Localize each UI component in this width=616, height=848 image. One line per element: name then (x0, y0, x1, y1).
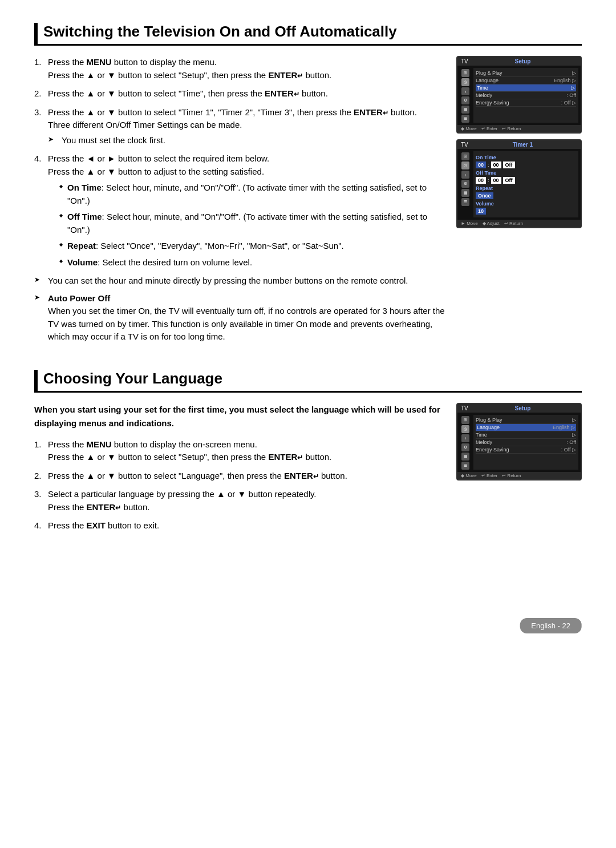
note-clock: You must set the clock first. (48, 134, 445, 147)
tv-setup-screen: TV Setup ⊞ ◷ ♪ ⚙ ▦ ☰ Plug & P (456, 56, 582, 134)
time2-label: Time (476, 432, 487, 438)
menu-plugplay: Plug & Play ▷ (476, 70, 576, 77)
repeat-value: Once (476, 192, 493, 199)
section1-content: Press the MENU button to display the men… (34, 56, 445, 347)
section2-title: Choosing Your Language (34, 370, 582, 393)
melody-value: : Off (566, 92, 576, 98)
section-switching: Switching the Television On and Off Auto… (34, 23, 582, 347)
enter-icon6: ↵ (115, 504, 121, 512)
on-time-label: On Time (476, 155, 576, 160)
on-time-row: 00 : 00 Off (476, 161, 576, 168)
section-language: Choosing Your Language When you start us… (34, 370, 582, 538)
language-value: English ▷ (554, 78, 576, 83)
icon-t2: ◷ (461, 161, 469, 169)
tv-setup-footer: ◆ Move ↵ Enter ↩ Return (457, 125, 581, 132)
off-hour: 00 (476, 177, 486, 184)
page-footer: English - 22 (520, 618, 582, 633)
icon-s6: ☰ (461, 462, 469, 470)
icon-misc: ☰ (461, 115, 469, 123)
enter-icon3: ↵ (383, 109, 388, 117)
icon-t6: ☰ (461, 198, 469, 206)
timer-footer-adjust: ◆ Adjust (483, 221, 500, 226)
enter-icon2: ↵ (294, 90, 299, 98)
tv-sidebar1: ⊞ ◷ ♪ ⚙ ▦ ☰ (460, 68, 471, 123)
melody-label: Melody (476, 92, 492, 98)
on-hour: 00 (476, 161, 486, 168)
icon-t5: ▦ (461, 189, 469, 197)
off-onoff: Off (503, 177, 515, 184)
volume-label: Volume (476, 201, 576, 207)
icon-s2: ◷ (461, 425, 469, 433)
icon-plugplay: ⊞ (461, 69, 469, 77)
timer-footer-return: ↩ Return (504, 221, 523, 226)
footer2-enter: ↵ Enter (481, 473, 497, 478)
timer-footer-move: ► Move (461, 221, 478, 226)
auto-power-off-block: Auto Power Off When you set the timer On… (34, 292, 445, 344)
icon-t1: ⊞ (461, 152, 469, 160)
footer2-move: ◆ Move (461, 473, 477, 478)
step-2: Press the ▲ or ▼ button to select "Time"… (34, 87, 445, 100)
enter-icon: ↵ (297, 72, 303, 80)
section1-layout: Press the MENU button to display the men… (34, 56, 582, 347)
lang-step-4: Press the EXIT button to exit. (34, 519, 445, 532)
lang-step-1: Press the MENU button to display the on-… (34, 438, 445, 464)
time-arrow: ▷ (571, 85, 575, 91)
lang-step-3: Select a particular language by pressing… (34, 488, 445, 514)
tv-label-timer: TV (461, 142, 468, 148)
bullet-repeat: Repeat: Select "Once", "Everyday", "Mon~… (59, 240, 445, 253)
section1-screenshots: TV Setup ⊞ ◷ ♪ ⚙ ▦ ☰ Plug & P (456, 56, 582, 234)
plugplay2-arrow: ▷ (572, 417, 576, 423)
bullet-volume: Volume: Select the desired turn on volum… (59, 256, 445, 269)
icon-ch: ▦ (461, 106, 469, 114)
energy-value: : Off ▷ (561, 100, 576, 106)
on-minute: 00 (491, 161, 501, 168)
tv-menu1: Plug & Play ▷ Language English ▷ Time ▷ (473, 68, 578, 123)
menu-language: Language English ▷ (476, 77, 576, 84)
tv-setup2-header: TV Setup (457, 404, 581, 413)
section1-steps: Press the MENU button to display the men… (34, 56, 445, 269)
bullet-offtime: Off Time: Select hour, minute, and "On"/… (59, 211, 445, 236)
volume-value: 10 (476, 208, 486, 215)
step-4: Press the ◄ or ► button to select the re… (34, 152, 445, 269)
timer-title: Timer 1 (513, 142, 533, 148)
menu-energy: Energy Saving : Off ▷ (476, 99, 576, 107)
footer-move: ◆ Move (461, 126, 477, 131)
icon-s3: ♪ (461, 434, 469, 442)
tv-label: TV (461, 58, 468, 64)
icon-s5: ▦ (461, 453, 469, 461)
melody2-value: : Off (566, 439, 576, 445)
tv-timer-body: ⊞ ◷ ♪ ⚙ ▦ ☰ On Time 00 : 00 Off (457, 149, 581, 220)
section2-screenshot: TV Setup ⊞ ◷ ♪ ⚙ ▦ ☰ Plug & P (456, 403, 582, 486)
energy2-label: Energy Saving (476, 447, 509, 453)
language2-label: Language (477, 425, 500, 430)
tv-timer-screen: TV Timer 1 ⊞ ◷ ♪ ⚙ ▦ ☰ On Time (456, 139, 582, 228)
icon-s1: ⊞ (461, 416, 469, 424)
icon-s4: ⚙ (461, 443, 469, 451)
bullet-list: On Time: Select hour, minute, and "On"/"… (48, 181, 445, 269)
footer-enter: ↵ Enter (481, 126, 497, 131)
off-time-row: 00 : 00 Off (476, 177, 576, 184)
menu2-energy: Energy Saving : Off ▷ (476, 446, 576, 454)
language-label: Language (476, 78, 499, 83)
on-onoff: Off (503, 161, 515, 168)
tv-setup2-body: ⊞ ◷ ♪ ⚙ ▦ ☰ Plug & Play ▷ Language (457, 413, 581, 472)
enter-icon5: ↵ (313, 473, 319, 480)
step-3: Press the ▲ or ▼ button to select "Timer… (34, 106, 445, 147)
menu2-time: Time ▷ (476, 431, 576, 439)
energy2-value: : Off ▷ (561, 447, 576, 453)
menu2-language: Language English ▷ (476, 424, 576, 431)
plugplay-arrow: ▷ (572, 70, 576, 76)
auto-power-off-title: Auto Power Off (48, 293, 110, 303)
bullet-ontime: On Time: Select hour, minute, and "On"/"… (59, 181, 445, 207)
tv-sidebar2: ⊞ ◷ ♪ ⚙ ▦ ☰ (460, 151, 471, 217)
section1-title: Switching the Television On and Off Auto… (34, 23, 582, 46)
tv-timer-footer: ► Move ◆ Adjust ↩ Return (457, 220, 581, 227)
tv-setup-header: TV Setup (457, 57, 581, 66)
footer-return: ↩ Return (502, 126, 521, 131)
energy-label: Energy Saving (476, 100, 509, 106)
menu2-melody: Melody : Off (476, 439, 576, 446)
setup2-title: Setup (515, 405, 531, 411)
enter-icon4: ↵ (297, 454, 303, 462)
icon-setup: ⚙ (461, 96, 469, 104)
tv-sidebar3: ⊞ ◷ ♪ ⚙ ▦ ☰ (460, 415, 471, 470)
